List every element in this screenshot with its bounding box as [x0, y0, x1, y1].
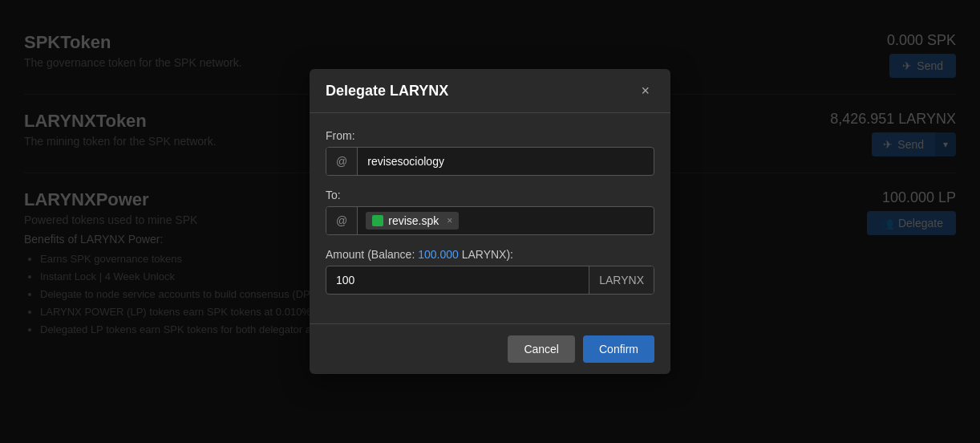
to-tag-remove-icon[interactable]: ×: [447, 215, 452, 226]
amount-label-prefix: Amount (Balance:: [326, 248, 415, 261]
confirm-button[interactable]: Confirm: [583, 335, 654, 363]
to-tag-value: revise.spk: [388, 214, 439, 227]
modal-overlay: Delegate LARYNX × From: @ To: @: [0, 0, 980, 443]
modal-title: Delegate LARYNX: [326, 83, 448, 100]
to-input-wrapper: @ revise.spk ×: [326, 206, 654, 235]
from-input-wrapper: @: [326, 147, 654, 176]
from-label: From:: [326, 129, 654, 142]
to-at-prefix: @: [326, 207, 358, 234]
from-at-prefix: @: [326, 148, 358, 175]
to-label: To:: [326, 189, 654, 201]
modal-body: From: @ To: @ revise.spk ×: [310, 113, 670, 323]
to-tag-icon: [372, 215, 383, 226]
modal-footer: Cancel Confirm: [310, 323, 670, 374]
delegate-larynx-modal: Delegate LARYNX × From: @ To: @: [310, 69, 670, 374]
cancel-button[interactable]: Cancel: [508, 335, 575, 363]
balance-link[interactable]: 100.000: [418, 248, 462, 261]
amount-field-group: Amount (Balance: 100.000 LARYNX): LARYNX: [326, 248, 654, 295]
from-field-group: From: @: [326, 129, 654, 176]
modal-close-button[interactable]: ×: [636, 82, 654, 100]
amount-suffix: LARYNX: [589, 266, 654, 294]
amount-input-wrapper: LARYNX: [326, 266, 654, 295]
modal-header: Delegate LARYNX ×: [310, 69, 670, 113]
to-field-group: To: @ revise.spk ×: [326, 189, 654, 235]
amount-label: Amount (Balance: 100.000 LARYNX):: [326, 248, 654, 261]
to-select-wrapper[interactable]: revise.spk ×: [358, 207, 654, 234]
from-input[interactable]: [358, 148, 654, 175]
to-tag: revise.spk ×: [366, 212, 459, 230]
amount-input[interactable]: [326, 266, 589, 294]
